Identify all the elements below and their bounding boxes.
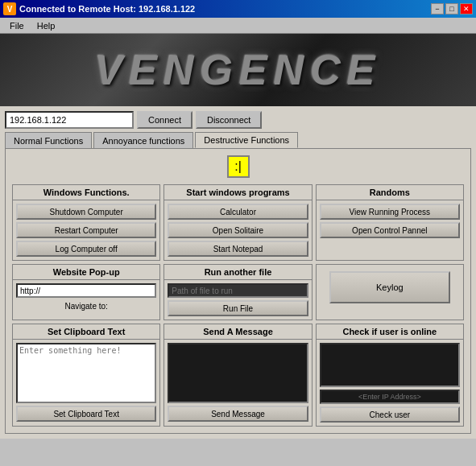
- ip-input[interactable]: [5, 111, 134, 129]
- message-textarea[interactable]: [168, 343, 308, 403]
- check-user-body: Check user: [317, 340, 463, 426]
- start-programs-panel: Start windows programs Calculator Open S…: [163, 184, 312, 261]
- banner: VENGENCE: [0, 34, 476, 106]
- randoms-panel: Randoms View Running Process Open Contro…: [316, 184, 464, 261]
- clipboard-body: Set Clipboard Text: [13, 340, 159, 425]
- window-title: Connected to Remote Host: 192.168.1.122: [19, 4, 431, 14]
- url-input[interactable]: [16, 283, 156, 298]
- send-message-header: Send A Message: [164, 324, 311, 340]
- clipboard-header: Set Clipboard Text: [13, 324, 159, 340]
- send-message-panel: Send A Message Send Message: [163, 324, 312, 427]
- menu-help[interactable]: Help: [31, 19, 62, 32]
- randoms-header: Randoms: [317, 185, 463, 200]
- tab-destructive-functions[interactable]: Destructive Functions: [195, 132, 298, 148]
- row1: Windows Functions. Shutdown Computer Res…: [12, 184, 464, 261]
- shutdown-button[interactable]: Shutdown Computer: [16, 204, 156, 220]
- connect-button[interactable]: Connect: [137, 111, 192, 129]
- run-file-header: Run another file: [164, 265, 311, 280]
- set-clipboard-button[interactable]: Set Clipboard Text: [16, 406, 156, 422]
- title-bar: V Connected to Remote Host: 192.168.1.12…: [0, 0, 476, 18]
- tabs: Normal Functions Annoyance functions Des…: [5, 132, 471, 148]
- tab-normal-functions[interactable]: Normal Functions: [5, 132, 92, 148]
- tab-panel: :| Windows Functions. Shutdown Computer …: [5, 148, 471, 434]
- website-popup-header: Website Pop-up: [13, 265, 159, 280]
- check-user-header: Check if user is online: [317, 324, 463, 340]
- control-panel-button[interactable]: Open Control Pannel: [320, 222, 460, 238]
- run-file-panel: Run another file Run File: [163, 264, 312, 320]
- check-user-button[interactable]: Check user: [320, 406, 460, 423]
- start-programs-header: Start windows programs: [164, 185, 311, 200]
- randoms-body: View Running Process Open Control Pannel: [317, 200, 463, 241]
- start-programs-body: Calculator Open Solitaire Start Notepad: [164, 200, 311, 260]
- keylog-body: Keylog: [317, 265, 463, 310]
- windows-functions-header: Windows Functions.: [13, 185, 159, 200]
- file-path-input[interactable]: [168, 283, 308, 298]
- clipboard-panel: Set Clipboard Text Set Clipboard Text: [12, 324, 160, 427]
- keylog-button[interactable]: Keylog: [329, 271, 450, 303]
- check-user-textarea[interactable]: [320, 343, 460, 387]
- logoff-button[interactable]: Log Computer off: [16, 241, 156, 257]
- run-file-button[interactable]: Run File: [168, 300, 308, 316]
- send-message-button[interactable]: Send Message: [168, 406, 308, 422]
- navigate-label: Navigate to:: [16, 302, 156, 311]
- run-file-body: Run File: [164, 280, 311, 320]
- calculator-button[interactable]: Calculator: [168, 204, 308, 220]
- smiley-face: :|: [227, 155, 250, 178]
- solitaire-button[interactable]: Open Solitaire: [168, 222, 308, 238]
- website-popup-panel: Website Pop-up Navigate to:: [12, 264, 160, 320]
- tab-annoyance-functions[interactable]: Annoyance functions: [93, 132, 193, 148]
- restart-button[interactable]: Restart Computer: [16, 222, 156, 238]
- view-processes-button[interactable]: View Running Process: [320, 204, 460, 220]
- clipboard-textarea[interactable]: [16, 343, 156, 403]
- disconnect-button[interactable]: Disconnect: [196, 111, 262, 129]
- check-user-panel: Check if user is online Check user: [316, 324, 464, 427]
- windows-functions-panel: Windows Functions. Shutdown Computer Res…: [12, 184, 160, 261]
- check-ip-input[interactable]: [320, 390, 460, 404]
- menu-file[interactable]: File: [3, 19, 31, 32]
- menu-bar: File Help: [0, 18, 476, 34]
- maximize-button[interactable]: □: [445, 3, 458, 14]
- smiley-container: :|: [12, 155, 464, 178]
- minimize-button[interactable]: −: [431, 3, 444, 14]
- keylog-panel: Keylog: [316, 264, 464, 320]
- close-button[interactable]: ✕: [460, 3, 473, 14]
- website-popup-body: Navigate to:: [13, 280, 159, 314]
- notepad-button[interactable]: Start Notepad: [168, 241, 308, 257]
- send-message-body: Send Message: [164, 340, 311, 425]
- banner-title: VENGENCE: [95, 46, 382, 94]
- window-controls: − □ ✕: [431, 3, 473, 14]
- row2: Set Clipboard Text Set Clipboard Text Se…: [12, 324, 464, 427]
- row1b: Website Pop-up Navigate to: Run another …: [12, 264, 464, 320]
- windows-functions-body: Shutdown Computer Restart Computer Log C…: [13, 200, 159, 260]
- main-content: Connect Disconnect Normal Functions Anno…: [0, 106, 476, 439]
- connection-bar: Connect Disconnect: [5, 111, 471, 129]
- app-icon: V: [3, 2, 16, 15]
